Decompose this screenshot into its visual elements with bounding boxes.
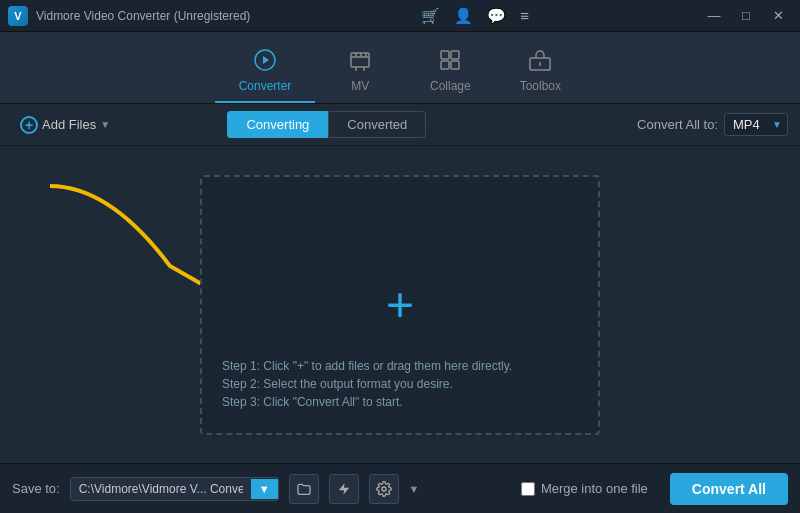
save-path-input-wrapper: ▼ — [70, 477, 279, 501]
folder-icon-button[interactable] — [289, 474, 319, 504]
tab-mv[interactable]: MV — [315, 40, 405, 103]
collage-tab-label: Collage — [430, 79, 471, 93]
chat-icon[interactable]: 💬 — [487, 7, 506, 25]
save-to-label: Save to: — [12, 481, 60, 496]
toolbox-icon — [528, 48, 552, 75]
app-title: Vidmore Video Converter (Unregistered) — [36, 9, 250, 23]
add-files-dropdown-icon: ▼ — [100, 119, 110, 130]
svg-rect-10 — [451, 51, 459, 59]
converter-tab-label: Converter — [239, 79, 292, 93]
add-files-plus-icon: + — [20, 116, 38, 134]
collage-icon — [438, 48, 462, 75]
tab-converter[interactable]: Converter — [215, 40, 316, 103]
toolbox-tab-label: Toolbox — [520, 79, 561, 93]
svg-marker-16 — [338, 483, 349, 495]
title-bar-icons: 🛒 👤 💬 ≡ — [421, 7, 529, 25]
tab-collage[interactable]: Collage — [405, 40, 495, 103]
format-wrapper: MP4 MKV AVI MOV ▼ — [724, 113, 788, 136]
maximize-button[interactable]: □ — [732, 5, 760, 27]
convert-all-to-label: Convert All to: — [637, 117, 718, 132]
tab-toolbox[interactable]: Toolbox — [495, 40, 585, 103]
step3-text: Step 3: Click "Convert All" to start. — [222, 395, 578, 409]
toolbar: + Add Files ▼ Converting Converted Conve… — [0, 104, 800, 146]
title-bar-controls: — □ ✕ — [700, 5, 792, 27]
drop-plus-icon: + — [386, 281, 414, 329]
bottom-bar: Save to: ▼ ▼ Merge into one file Convert… — [0, 463, 800, 513]
cart-icon[interactable]: 🛒 — [421, 7, 440, 25]
svg-rect-9 — [441, 51, 449, 59]
svg-marker-1 — [263, 56, 269, 64]
svg-point-17 — [382, 487, 386, 491]
title-bar-left: V Vidmore Video Converter (Unregistered) — [8, 6, 250, 26]
merge-label[interactable]: Merge into one file — [541, 481, 648, 496]
converter-icon — [253, 48, 277, 75]
path-dropdown-button[interactable]: ▼ — [251, 479, 278, 499]
mv-icon — [348, 48, 372, 75]
app-logo: V — [8, 6, 28, 26]
save-path-input[interactable] — [71, 478, 251, 500]
flash-icon-button[interactable] — [329, 474, 359, 504]
merge-checkbox[interactable] — [521, 482, 535, 496]
convert-all-button[interactable]: Convert All — [670, 473, 788, 505]
drop-zone[interactable]: + Step 1: Click "+" to add files or drag… — [200, 175, 600, 435]
settings-icon-button[interactable] — [369, 474, 399, 504]
format-select[interactable]: MP4 MKV AVI MOV — [724, 113, 788, 136]
user-icon[interactable]: 👤 — [454, 7, 473, 25]
step2-text: Step 2: Select the output format you des… — [222, 377, 578, 391]
add-files-button[interactable]: + Add Files ▼ — [12, 112, 118, 138]
mv-tab-label: MV — [351, 79, 369, 93]
converted-tab[interactable]: Converted — [328, 111, 426, 138]
add-files-label: Add Files — [42, 117, 96, 132]
menu-icon[interactable]: ≡ — [520, 7, 529, 24]
minimize-button[interactable]: — — [700, 5, 728, 27]
title-bar: V Vidmore Video Converter (Unregistered)… — [0, 0, 800, 32]
convert-all-to: Convert All to: MP4 MKV AVI MOV ▼ — [637, 113, 788, 136]
converting-tab[interactable]: Converting — [227, 111, 328, 138]
drop-zone-steps: Step 1: Click "+" to add files or drag t… — [222, 359, 578, 413]
svg-rect-12 — [451, 61, 459, 69]
merge-checkbox-group: Merge into one file — [521, 481, 648, 496]
svg-rect-11 — [441, 61, 449, 69]
nav-tabs: Converter MV Collage — [0, 32, 800, 104]
close-button[interactable]: ✕ — [764, 5, 792, 27]
converting-tabs: Converting Converted — [227, 111, 426, 138]
main-content: + Step 1: Click "+" to add files or drag… — [0, 146, 800, 463]
step1-text: Step 1: Click "+" to add files or drag t… — [222, 359, 578, 373]
